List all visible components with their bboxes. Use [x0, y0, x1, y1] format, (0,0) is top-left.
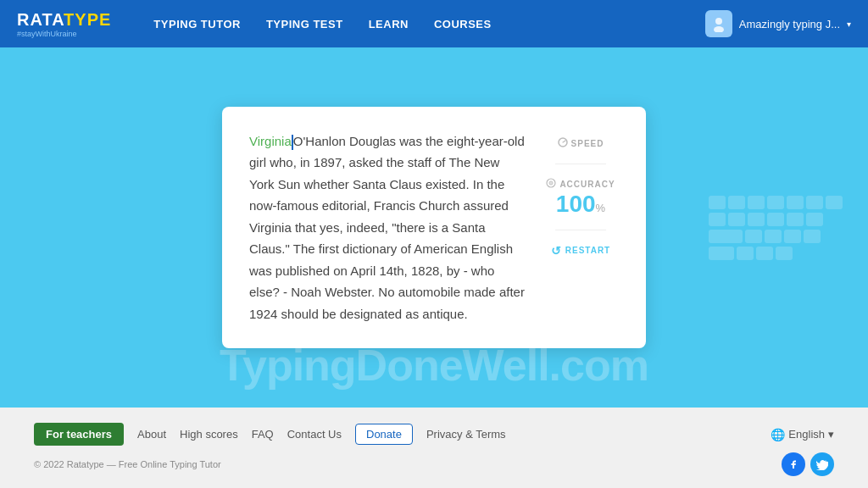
key-block [745, 230, 762, 243]
typing-area[interactable]: VirginiaO'Hanlon Douglas was the eight-y… [249, 130, 526, 325]
divider [555, 164, 606, 164]
key-block [737, 247, 754, 260]
key-block [787, 196, 804, 209]
username: Amazingly typing J... [739, 18, 840, 30]
typing-card: VirginiaO'Hanlon Douglas was the eight-y… [222, 107, 646, 349]
language-selector[interactable]: 🌐 English ▾ [771, 428, 834, 441]
for-teachers-button[interactable]: For teachers [34, 423, 124, 446]
svg-point-1 [715, 18, 722, 25]
header: RATATYPE #stayWithUkraine TYPING TUTOR T… [0, 0, 868, 47]
nav-typing-test[interactable]: TYPING TEST [258, 13, 352, 36]
footer-top: For teachers About High scores FAQ Conta… [34, 423, 834, 446]
svg-line-4 [563, 141, 565, 142]
footer-link-faq[interactable]: FAQ [252, 428, 274, 441]
nav-typing-tutor[interactable]: TYPING TUTOR [145, 13, 249, 36]
key-block [784, 230, 801, 243]
restart-button[interactable]: ↺ RESTART [551, 244, 610, 258]
footer-link-privacy[interactable]: Privacy & Terms [426, 428, 506, 441]
key-block [709, 247, 734, 260]
footer-bottom: © 2022 Ratatype — Free Online Typing Tut… [34, 452, 834, 476]
key-block [728, 196, 745, 209]
stats-panel: SPEED ACCURACY 100% [542, 130, 619, 325]
logo-text: RATATYPE [17, 10, 111, 30]
language-dropdown-icon: ▾ [828, 428, 834, 441]
key-block [767, 196, 784, 209]
key-block [826, 196, 843, 209]
speed-icon [558, 137, 568, 150]
footer-right: 🌐 English ▾ [771, 428, 834, 441]
remaining-text: O'Hanlon Douglas was the eight-year-old … [249, 134, 525, 321]
typed-portion: Virginia [249, 134, 292, 148]
footer-link-about[interactable]: About [137, 428, 166, 441]
footer-link-contact[interactable]: Contact Us [287, 428, 342, 441]
speed-label: SPEED [558, 137, 604, 150]
logo-tagline: #stayWithUkraine [17, 30, 111, 38]
user-section[interactable]: Amazingly typing J... ▾ [705, 10, 851, 37]
key-block [709, 230, 743, 243]
typing-text: VirginiaO'Hanlon Douglas was the eight-y… [249, 130, 526, 325]
user-dropdown-icon[interactable]: ▾ [847, 19, 851, 29]
key-block [748, 213, 765, 226]
accuracy-icon [546, 178, 556, 191]
key-block [728, 213, 745, 226]
globe-icon: 🌐 [771, 428, 785, 441]
copyright: © 2022 Ratatype — Free Online Typing Tut… [34, 459, 221, 469]
nav-courses[interactable]: COURSES [426, 13, 500, 36]
twitter-icon[interactable] [810, 452, 834, 476]
key-block [765, 230, 782, 243]
keyboard-decoration [709, 196, 843, 260]
key-block [806, 196, 823, 209]
logo[interactable]: RATATYPE #stayWithUkraine [17, 10, 111, 38]
key-block [748, 196, 765, 209]
accuracy-unit: % [596, 202, 606, 214]
restart-icon: ↺ [551, 244, 562, 258]
key-block [806, 213, 823, 226]
key-block [804, 230, 821, 243]
nav-learn[interactable]: LEARN [360, 13, 417, 36]
speed-stat: SPEED [558, 137, 604, 150]
accuracy-label: ACCURACY [546, 178, 615, 191]
avatar [705, 10, 732, 37]
footer-link-high-scores[interactable]: High scores [180, 428, 238, 441]
main-content: TypingDoneWell.com [0, 47, 868, 408]
facebook-icon[interactable] [782, 452, 805, 476]
logo-part2: TYPE [64, 10, 111, 29]
key-block [756, 247, 773, 260]
social-icons [782, 452, 834, 476]
divider [555, 230, 606, 230]
accuracy-stat: ACCURACY 100% [546, 178, 615, 216]
main-nav: TYPING TUTOR TYPING TEST LEARN COURSES [145, 13, 704, 36]
key-block [776, 247, 793, 260]
footer: For teachers About High scores FAQ Conta… [0, 408, 868, 488]
key-block [709, 213, 726, 226]
accuracy-value: 100% [556, 192, 605, 216]
footer-links: For teachers About High scores FAQ Conta… [34, 423, 506, 446]
key-block [709, 196, 726, 209]
donate-button[interactable]: Donate [355, 424, 413, 445]
language-label: English [788, 428, 825, 441]
key-block [787, 213, 804, 226]
svg-point-7 [551, 182, 553, 184]
logo-part1: RATA [17, 10, 64, 29]
key-block [767, 213, 784, 226]
